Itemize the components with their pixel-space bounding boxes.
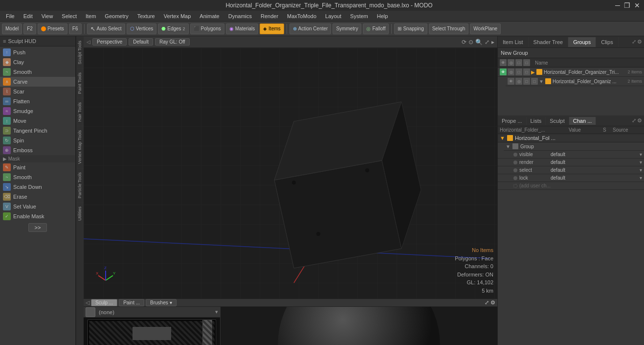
lock-icon-2[interactable]: □ — [523, 78, 530, 85]
camera-icon[interactable]: ⊙ — [468, 39, 473, 46]
brushes-tab-btn[interactable]: Brushes ▾ — [146, 299, 176, 306]
viewport-options-icon[interactable]: ▸ — [491, 39, 494, 46]
falloff-button[interactable]: ◎ Falloff — [363, 23, 389, 34]
items-button[interactable]: ◈ Items — [260, 23, 284, 34]
menu-dynamics[interactable]: Dynamics — [224, 12, 256, 20]
close-button[interactable]: ✕ — [634, 1, 640, 9]
tool-spin[interactable]: ↻ Spin — [0, 136, 75, 145]
particle-tools-tab[interactable]: Particle Tools — [76, 168, 84, 202]
materials-button[interactable]: ◉ Materials — [226, 23, 259, 34]
expand-button[interactable]: >> — [28, 223, 47, 232]
auto-select-button[interactable]: ↖ Auto Select — [87, 23, 125, 34]
raygl-button[interactable]: Ray GL: Off — [155, 38, 190, 46]
vp-left-arrow[interactable]: ◁ — [87, 39, 90, 45]
sculpt-tools-tab[interactable]: Sculpt Tools — [76, 36, 84, 68]
menu-geometry[interactable]: Geometry — [101, 12, 132, 20]
menu-view[interactable]: View — [38, 12, 57, 20]
tool-push[interactable]: ↑ Push — [0, 47, 75, 57]
render-icon-1[interactable]: ◎ — [508, 69, 514, 75]
paint-tools-tab[interactable]: Paint Tools — [76, 68, 84, 98]
snapping-button[interactable]: ⊞ Snapping — [394, 23, 427, 34]
menu-file[interactable]: File — [2, 12, 19, 20]
chan-row-add-user[interactable]: (add user ch... — [498, 182, 644, 190]
default-button[interactable]: Default — [129, 38, 153, 46]
hair-tools-tab[interactable]: Hair Tools — [76, 98, 84, 126]
tool-carve[interactable]: ∧ Carve — [0, 77, 75, 87]
chan-gear-icon[interactable]: ⚙ — [637, 117, 642, 124]
lock-icon-1[interactable]: □ — [515, 69, 522, 75]
expand-icon-1[interactable]: □ — [523, 69, 530, 75]
groups-tab[interactable]: Groups — [568, 37, 596, 47]
eye-icon-1[interactable]: 👁 — [500, 69, 507, 75]
sculpt-tab[interactable]: Sculpt — [546, 117, 569, 125]
zoom-icon[interactable]: 🔍 — [475, 39, 483, 46]
chan-tab[interactable]: Chan ... — [569, 117, 597, 125]
scene-item-1[interactable]: 👁 ◎ □ □ ▶ Horizontal_Folder_Organizer_Tr… — [498, 68, 644, 77]
f2-button[interactable]: F2 — [23, 23, 36, 34]
f6-button[interactable]: F6 — [69, 23, 82, 34]
paint-tab-btn[interactable]: Paint ... — [119, 299, 144, 306]
chan-arrow-visible[interactable]: ▾ — [640, 152, 642, 157]
presets-button[interactable]: Presets — [38, 23, 67, 34]
eye-icon-2[interactable]: 👁 — [508, 78, 514, 85]
brush-swatch[interactable] — [86, 307, 95, 317]
tool-mask-smooth[interactable]: ~ Smooth — [0, 172, 75, 182]
menu-help[interactable]: Help — [373, 12, 392, 20]
tool-scale-down[interactable]: ↘ Scale Down — [0, 182, 75, 192]
item-list-tab[interactable]: Item List — [498, 37, 529, 47]
polygons-button[interactable]: ⬛ Polygons — [190, 23, 224, 34]
tool-tangent-pinch[interactable]: ⊃ Tangent Pinch — [0, 126, 75, 136]
viewport-3d[interactable]: No Items Polygons : Face Channels: 0 Def… — [84, 48, 497, 299]
lists-tab[interactable]: Lists — [527, 117, 546, 125]
bt-expand-icon[interactable]: ⤢ — [485, 299, 489, 306]
tool-set-value[interactable]: V Set Value — [0, 202, 75, 211]
menu-select[interactable]: Select — [58, 12, 81, 20]
tool-erase[interactable]: ⌫ Erase — [0, 192, 75, 202]
tool-scar[interactable]: ⌇ Scar — [0, 87, 75, 96]
menu-animate[interactable]: Animate — [196, 12, 223, 20]
maximize-button[interactable]: ❐ — [624, 1, 630, 9]
action-center-button[interactable]: ⊕ Action Center — [289, 23, 332, 34]
expand-icon-2[interactable]: □ — [531, 78, 538, 85]
scene-item-2[interactable]: 👁 ◎ □ □ ▼ Horizontal_Folder_Organiz ... … — [506, 77, 644, 86]
chan-expand-icon[interactable]: ⤢ — [632, 117, 636, 124]
tool-emboss[interactable]: ⊕ Emboss — [0, 145, 75, 155]
tool-smooth[interactable]: ~ Smooth — [0, 67, 75, 77]
edges-button[interactable]: ⬣ Edges 2 — [158, 23, 188, 34]
symmetry-button[interactable]: Symmetry — [333, 23, 361, 34]
menu-render[interactable]: Render — [257, 12, 282, 20]
sculpt-tab-btn[interactable]: Sculp ... — [91, 299, 117, 306]
tool-enable-mask[interactable]: ✓ Enable Mask — [0, 211, 75, 221]
model-button[interactable]: Model — [2, 23, 22, 34]
tool-clay[interactable]: ◆ Clay — [0, 57, 75, 67]
utilities-tab[interactable]: Utilities — [76, 202, 84, 225]
render-icon-2[interactable]: ◎ — [515, 78, 522, 85]
brush-dropdown-arrow[interactable]: ▾ — [215, 309, 218, 315]
workplane-button[interactable]: WorkPlane — [470, 23, 501, 34]
menu-maxtomodo[interactable]: MaxToModo — [283, 12, 320, 20]
vertices-button[interactable]: ⬡ Vertices — [127, 23, 157, 34]
chan-arrow-lock[interactable]: ▾ — [640, 175, 642, 181]
minimize-button[interactable]: ─ — [615, 1, 620, 9]
menu-edit[interactable]: Edit — [20, 12, 37, 20]
bt-gear-icon[interactable]: ⚙ — [490, 299, 495, 306]
expand-icon[interactable]: ⤢ — [485, 39, 489, 46]
tab-expand-icon[interactable]: ⤢ — [632, 39, 636, 45]
menu-item[interactable]: Item — [82, 12, 100, 20]
tool-move[interactable]: ↕ Move — [0, 116, 75, 126]
chan-row-visible[interactable]: visible default ▾ — [498, 151, 644, 159]
chan-row-select[interactable]: select default ▾ — [498, 166, 644, 174]
tool-mask-paint[interactable]: ✎ Paint — [0, 162, 75, 172]
tool-flatten[interactable]: ═ Flatten — [0, 96, 75, 106]
vertex-map-tools-tab[interactable]: Vertex Map Tools — [76, 126, 84, 168]
clips-tab[interactable]: Clips — [596, 37, 618, 47]
menu-system[interactable]: System — [346, 12, 372, 20]
rotate-icon[interactable]: ⟳ — [462, 39, 466, 46]
bt-left-arrow[interactable]: ◁ — [86, 299, 89, 306]
select-through-button[interactable]: Select Through — [429, 23, 469, 34]
tab-gear-icon[interactable]: ⚙ — [637, 39, 642, 45]
menu-texture[interactable]: Texture — [133, 12, 159, 20]
prop-tab[interactable]: Prope ... — [498, 117, 527, 125]
chan-arrow-render[interactable]: ▾ — [640, 160, 642, 165]
chan-row-render[interactable]: render default ▾ — [498, 159, 644, 166]
